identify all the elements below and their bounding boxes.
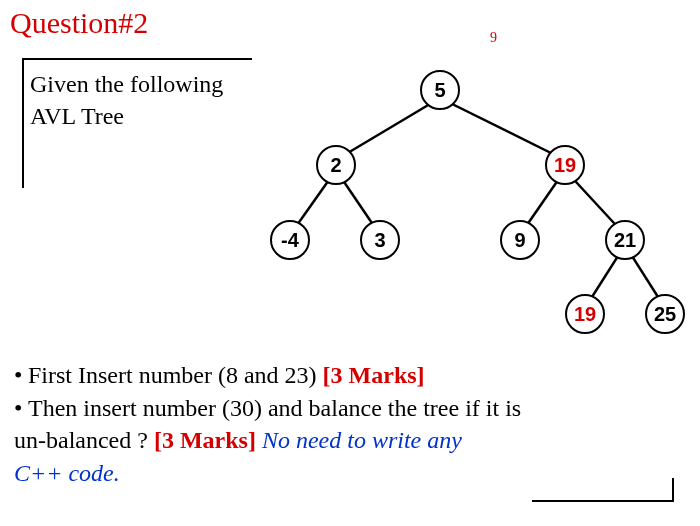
instr4-note: C++ code. <box>14 460 120 486</box>
tree-node-r: 19 <box>545 145 585 185</box>
instruction-line-2: •Then insert number (30) and balance the… <box>14 393 680 424</box>
instr3-note: No need to write any <box>262 427 462 453</box>
question-title: Question#2 <box>10 6 148 40</box>
instr3-text: un-balanced ? <box>14 427 154 453</box>
prompt-box: Given the following AVL Tree <box>22 58 252 188</box>
corner-bracket <box>532 478 674 502</box>
tree-node-rl: 9 <box>500 220 540 260</box>
tree-node-l: 2 <box>316 145 356 185</box>
bullet-icon: • <box>14 360 28 391</box>
tree-node-rrr: 25 <box>645 294 685 334</box>
instruction-line-1: •First Insert number (8 and 23) [3 Marks… <box>14 360 680 391</box>
tree-node-rr: 21 <box>605 220 645 260</box>
instr3-marks: [3 Marks] <box>154 427 256 453</box>
tree-node-rrl: 19 <box>565 294 605 334</box>
slide-number: 9 <box>490 30 497 46</box>
instruction-line-3: un-balanced ? [3 Marks] No need to write… <box>14 425 680 456</box>
svg-line-1 <box>440 98 565 160</box>
prompt-line-2: AVL Tree <box>30 100 252 132</box>
tree-node-lr: 3 <box>360 220 400 260</box>
tree-node-root: 5 <box>420 70 460 110</box>
svg-line-0 <box>336 98 440 160</box>
prompt-line-1: Given the following <box>30 68 252 100</box>
instr1-text: First Insert number (8 and 23) <box>28 362 323 388</box>
instr1-marks: [3 Marks] <box>323 362 425 388</box>
tree-edges <box>240 50 700 350</box>
bullet-icon: • <box>14 393 28 424</box>
instructions: •First Insert number (8 and 23) [3 Marks… <box>14 360 680 491</box>
avl-tree-diagram: 5 2 19 -4 3 9 21 19 25 <box>240 50 700 350</box>
instr2-text: Then insert number (30) and balance the … <box>28 395 521 421</box>
tree-node-ll: -4 <box>270 220 310 260</box>
